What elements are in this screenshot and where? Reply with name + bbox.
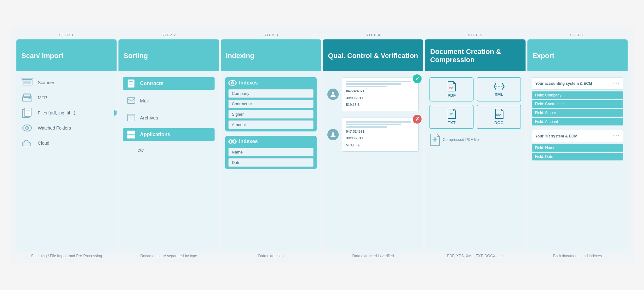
cloud-item: Cloud [21,138,112,148]
contracts-item: Contracts [123,77,214,90]
files-label: Files (pdf, jpg, tif...) [38,110,75,115]
system1-fields: Field: Company Field: Contract nr Field:… [532,91,623,125]
step3-body: Indexes Company Contract nr Signer Amoun… [221,71,321,251]
contracts-icon [126,79,136,88]
doc-date-fail: 30/03/2017 [346,136,415,141]
export-field-name: Field: Name [532,144,623,152]
svg-point-8 [29,98,31,99]
contracts-label: Contracts [140,81,164,86]
export-system2-label: Your HR system & ECM ··· [532,130,623,142]
svg-rect-25 [127,131,131,134]
format-pdf: PDF PDF [429,77,474,102]
step1-label: STEP 1 [16,33,117,39]
step1-arrow [114,110,117,116]
step1-box: Scan/ Import [16,39,117,251]
system2-fields: Field: Name Field: Date [532,144,623,160]
format-txt: TXT [429,105,474,129]
doc-line [346,124,401,125]
fail-badge: ✗ [413,115,422,124]
step4-title: Qual. Control & Verification [328,52,418,60]
svg-point-47 [332,92,334,95]
watched-item: Watched Folders [21,123,112,133]
compressed-label: Compressed PDF file [443,137,479,142]
step1-header: Scan/ Import [16,39,117,71]
archives-icon [126,113,136,122]
step3-label: STEP 3 [221,33,321,39]
mail-label: Mail [140,98,149,103]
step1-title: Scan/ Import [21,52,63,60]
archives-item: Archives [123,111,214,124]
step1-body: Scanner MFP [16,71,117,251]
svg-point-48 [332,132,334,135]
index-field-signer: Signer [228,110,313,119]
system2-dots: ··· [613,133,620,139]
etc-label: etc [137,147,144,153]
mfp-item: MFP [21,92,112,103]
step2-body: Contracts Mail [118,71,219,251]
export-field-amount: Field: Amount [532,118,623,125]
step5-title: Document Creation & Compression [430,48,520,64]
scanner-icon [21,77,33,88]
doc-card-fail-inner: 047-324871 30/03/2017 519,13 $ ✗ [342,118,419,152]
step3-col: Indexing [221,39,321,260]
step5-label: STEP 5 [425,33,525,39]
step2-title: Sorting [124,52,148,60]
doc-card-ok-inner: 047-324871 30/03/2017 519,13 $ ✓ [342,77,419,111]
doc-card-ok: 047-324871 30/03/2017 519,13 $ ✓ [342,77,419,111]
step2-label: STEP 2 [118,33,219,39]
index-title-1: Indexes [228,80,313,87]
step5-header: Document Creation & Compression [425,39,525,71]
export-system1-label: Your accounting system & ECM ··· [532,77,623,90]
format-doc: DOC DOC [477,105,521,129]
step5-body: PDF PDF XML [425,71,525,251]
svg-point-16 [26,127,28,129]
format-xml: XML [477,77,521,102]
step6-title: Export [532,52,555,60]
format-pdf-label: PDF [447,93,456,98]
index-group-2: Indexes Name Date [225,136,317,169]
user-icon-ok [327,89,339,100]
svg-text:PDF: PDF [449,86,454,89]
svg-rect-28 [131,135,135,138]
step4-box: Qual. Control & Verification [323,39,423,251]
format-xml-label: XML [495,92,503,97]
svg-rect-17 [128,80,134,87]
step5-box: Document Creation & Compression PDF PDF [425,39,525,251]
compressed-box: Compressed PDF file [429,133,521,146]
qc-ok-pair: 047-324871 30/03/2017 519,13 $ ✓ [327,77,419,111]
files-icon [21,107,33,118]
system1-text: Your accounting system & ECM [535,81,592,86]
step6-body: Your accounting system & ECM ··· Field: … [527,71,628,251]
step4-col: Qual. Control & Verification [323,39,423,260]
doc-line [346,126,387,128]
doc-ref-ok: 047-324871 [346,89,415,94]
svg-rect-23 [127,114,135,116]
step1-footer: Scanning / File Import and Pre-Processin… [16,251,117,260]
svg-rect-7 [24,93,30,95]
ok-badge: ✓ [413,74,422,83]
export-field-contract: Field: Contract nr [532,100,623,108]
mail-item: Mail [123,94,214,107]
index-field-company: Company [228,89,313,98]
diagram: STEP 1 STEP 2 STEP 3 STEP 4 STEP 5 STEP … [10,27,634,263]
svg-rect-26 [131,131,135,134]
svg-rect-2 [23,81,31,84]
applications-label: Applications [140,132,170,137]
step3-box: Indexing [221,39,321,251]
doc-line [346,81,411,82]
doc-line [346,121,411,123]
cloud-label: Cloud [38,141,49,146]
watched-label: Watched Folders [38,125,71,130]
step6-col: Export Your accounting system & ECM ··· … [527,39,628,260]
applications-icon [126,130,136,139]
etc-item: etc [123,145,214,154]
cloud-icon [21,138,33,148]
export-field-date: Field: Date [532,153,623,160]
svg-point-40 [232,141,233,142]
doc-line [346,83,401,85]
svg-rect-0 [22,78,32,79]
step4-body: 047-324871 30/03/2017 519,13 $ ✓ [323,71,423,251]
scanner-item: Scanner [21,77,112,88]
doc-date-ok: 30/03/2017 [346,96,415,101]
doc-amount-ok: 519,13 $ [346,102,415,108]
